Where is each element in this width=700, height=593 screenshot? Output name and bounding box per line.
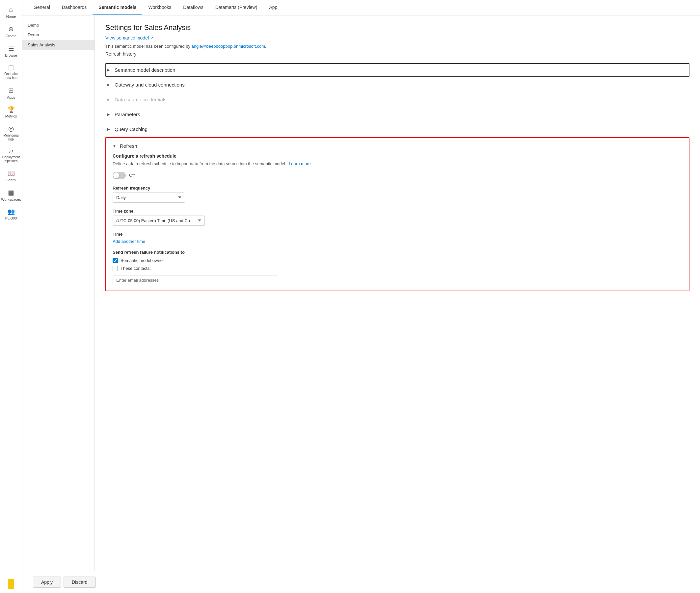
tab-dataflows[interactable]: Dataflows [177,0,209,15]
onelake-icon: ◫ [8,64,14,71]
chevron-right-icon: ▶ [107,98,112,102]
external-link-icon: ↗ [150,36,153,40]
left-panel-item-demo[interactable]: Demo [23,30,95,40]
accordion-parameters: ▶ Parameters [105,108,690,121]
tab-semantic-models[interactable]: Semantic models [93,0,142,15]
refresh-section-header[interactable]: ▼ Refresh [113,143,682,149]
monitoring-icon: ◎ [8,125,14,133]
toggle-row: Off [113,172,682,179]
sidebar-item-browse[interactable]: ☰ Browse [0,41,22,61]
owner-checkbox-label: Semantic model owner [120,258,164,263]
actions-bar: Apply Discard [23,571,700,593]
settings-panel: Settings for Sales Analysis View semanti… [95,15,700,571]
sidebar-item-label: Browse [5,53,17,57]
time-zone-select[interactable]: (UTC-05:00) Eastern Time (US and Ca [113,215,205,226]
toggle-label: Off [129,173,135,178]
accordion-gateway: ▶ Gateway and cloud connections [105,78,690,91]
tab-app[interactable]: App [263,0,283,15]
learn-more-link[interactable]: Learn more [289,161,310,166]
chevron-right-icon: ▶ [107,127,112,131]
left-panel-item-sales-analysis[interactable]: Sales Analysis [23,40,95,50]
sidebar-item-label: Workspaces [1,197,21,201]
refresh-frequency-label: Refresh frequency [113,186,682,191]
sidebar-item-label: OneLakedata hub [4,72,18,80]
sidebar: ⌂ Home ⊕ Create ☰ Browse ◫ OneLakedata h… [0,0,23,593]
sidebar-item-label: Create [6,34,16,38]
sidebar-item-label: Learn [6,178,15,182]
tab-datamarts[interactable]: Datamarts (Preview) [210,0,263,15]
sidebar-item-pl300[interactable]: 👥 PL-300 [0,205,22,224]
discard-button[interactable]: Discard [64,577,96,588]
accordion-datasource: ▶ Data source credentials [105,93,690,106]
sidebar-bottom: ▐▌ [0,575,22,593]
sidebar-item-label: Monitoringhub [3,133,19,142]
apps-icon: ⊞ [8,86,14,94]
refresh-frequency-select[interactable]: Daily [113,193,185,203]
content-area: Demo Demo Sales Analysis Settings for Sa… [23,15,700,571]
owner-checkbox[interactable] [113,258,118,263]
sidebar-item-monitoring[interactable]: ◎ Monitoringhub [0,121,22,145]
time-group: Time Add another time [113,232,682,244]
powerbi-logo: ▐▌ [1,575,21,593]
tab-workbooks[interactable]: Workbooks [142,0,177,15]
time-zone-label: Time zone [113,209,682,213]
sidebar-item-label: Deploymentpipelines [2,155,20,163]
learn-icon: 📖 [8,170,15,177]
workspace-label: Demo [23,21,95,30]
tab-general[interactable]: General [28,0,56,15]
accordion-header-gateway[interactable]: ▶ Gateway and cloud connections [105,78,690,91]
time-label: Time [113,232,682,237]
sidebar-item-label: Apps [7,95,15,100]
toggle-knob [113,172,119,179]
left-panel: Demo Demo Sales Analysis [23,15,95,571]
configured-by-email[interactable]: angie@beepboopbop.onmicrosoft.com [192,44,265,49]
pl300-icon: 👥 [8,208,15,215]
accordion-description: ▶ Semantic model description [105,63,690,77]
sidebar-item-create[interactable]: ⊕ Create [0,22,22,41]
sidebar-item-apps[interactable]: ⊞ Apps [0,83,22,103]
sidebar-item-deployment[interactable]: ⇄ Deploymentpipelines [0,145,22,166]
accordion-query-caching: ▶ Query Caching [105,122,690,136]
time-zone-group: Time zone (UTC-05:00) Eastern Time (US a… [113,209,682,226]
chevron-right-icon: ▶ [107,83,112,86]
configure-schedule-label: Configure a refresh schedule [113,153,682,159]
browse-icon: ☰ [8,44,14,52]
accordion-header-description[interactable]: ▶ Semantic model description [105,63,690,77]
sidebar-item-learn[interactable]: 📖 Learn [0,166,22,185]
chevron-right-icon: ▶ [107,68,112,72]
notifications-label: Send refresh failure notifications to [113,250,682,255]
deployment-icon: ⇄ [9,148,13,154]
accordion-header-datasource[interactable]: ▶ Data source credentials [105,93,690,106]
refresh-toggle[interactable] [113,172,126,179]
sidebar-item-metrics[interactable]: 🏆 Metrics [0,103,22,121]
accordion-header-query-caching[interactable]: ▶ Query Caching [105,122,690,136]
sidebar-item-workspaces[interactable]: ▦ Workspaces [0,185,22,205]
sidebar-item-onelake[interactable]: ◫ OneLakedata hub [0,61,22,83]
refresh-frequency-group: Refresh frequency Daily [113,186,682,203]
chevron-down-icon: ▼ [113,144,117,148]
chevron-right-icon: ▶ [107,113,112,116]
add-another-time-link[interactable]: Add another time [113,239,145,244]
view-semantic-model-link[interactable]: View semantic model ↗ [105,35,153,40]
create-icon: ⊕ [8,25,14,33]
notifications-section: Send refresh failure notifications to Se… [113,250,682,285]
main-content: General Dashboards Semantic models Workb… [23,0,700,593]
contacts-checkbox-label: These contacts: [120,266,151,271]
refresh-description: Define a data refresh schedule to import… [113,161,682,167]
sidebar-item-label: PL-300 [5,216,17,220]
contacts-checkbox[interactable] [113,266,118,271]
sidebar-item-label: Metrics [5,114,17,118]
sidebar-item-label: Home [6,14,16,18]
configured-by-text: This semantic model has been configured … [105,44,690,49]
owner-checkbox-row: Semantic model owner [113,258,682,263]
accordion-header-parameters[interactable]: ▶ Parameters [105,108,690,121]
home-icon: ⌂ [9,6,13,13]
sidebar-item-home[interactable]: ⌂ Home [0,3,22,22]
refresh-history-link[interactable]: Refresh history [105,51,136,56]
tab-dashboards[interactable]: Dashboards [56,0,93,15]
workspaces-icon: ▦ [8,189,14,196]
refresh-section: ▼ Refresh Configure a refresh schedule D… [105,137,690,291]
email-input[interactable] [113,275,277,285]
apply-button[interactable]: Apply [33,577,61,588]
tab-bar: General Dashboards Semantic models Workb… [23,0,700,15]
